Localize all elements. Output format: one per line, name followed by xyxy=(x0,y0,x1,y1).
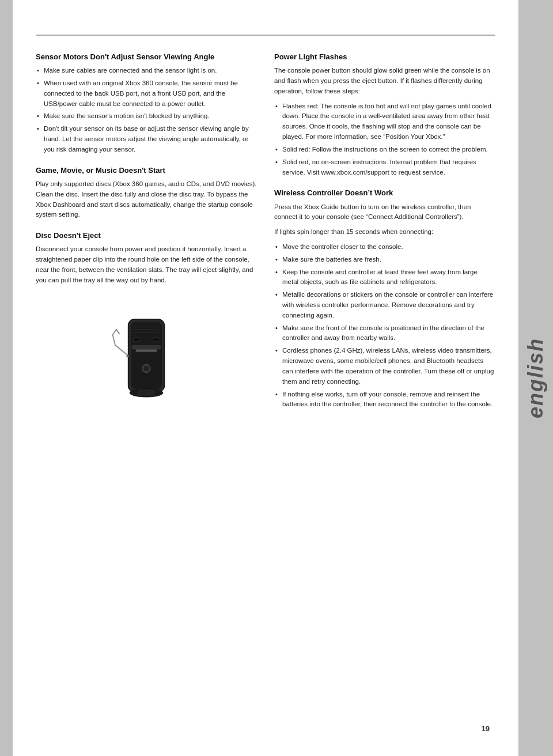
svg-rect-3 xyxy=(136,349,157,352)
disc-eject-body: Disconnect your console from power and p… xyxy=(36,244,257,285)
svg-rect-2 xyxy=(132,345,161,349)
bullet-item: Make sure the front of the console is po… xyxy=(274,323,495,344)
bullet-item: Don't tilt your sensor on its base or ad… xyxy=(36,124,257,154)
svg-point-17 xyxy=(126,354,129,357)
wireless-controller-intro: Press the Xbox Guide button to turn on t… xyxy=(274,202,495,223)
svg-rect-10 xyxy=(153,337,160,341)
sensor-motors-bullets: Make sure cables are connected and the s… xyxy=(36,66,257,155)
page-number: 19 xyxy=(482,724,490,733)
two-column-layout: Sensor Motors Don't Adjust Sensor Viewin… xyxy=(36,52,495,420)
svg-line-14 xyxy=(113,335,116,345)
bullet-item: Flashes red: The console is too hot and … xyxy=(274,101,495,142)
page-content: Sensor Motors Don't Adjust Sensor Viewin… xyxy=(13,0,518,756)
bullet-item: Make sure the sensor's motion isn't bloc… xyxy=(36,111,257,122)
power-light-bullets: Flashes red: The console is too hot and … xyxy=(274,101,495,178)
game-movie-section: Game, Movie, or Music Doesn't Start Play… xyxy=(36,165,257,220)
sensor-motors-section: Sensor Motors Don't Adjust Sensor Viewin… xyxy=(36,52,257,155)
right-tab: english xyxy=(518,0,553,756)
power-light-section: Power Light Flashes The console power bu… xyxy=(274,52,495,177)
svg-line-16 xyxy=(116,330,119,334)
svg-rect-1 xyxy=(131,322,162,389)
disc-eject-title: Disc Doesn't Eject xyxy=(36,230,257,241)
game-movie-title: Game, Movie, or Music Doesn't Start xyxy=(36,165,257,176)
bullet-item: If nothing else works, turn off your con… xyxy=(274,390,495,410)
wireless-controller-bullets: Move the controller closer to the consol… xyxy=(274,242,495,410)
game-movie-body: Play only supported discs (Xbox 360 game… xyxy=(36,179,257,220)
svg-rect-12 xyxy=(138,389,155,396)
left-column: Sensor Motors Don't Adjust Sensor Viewin… xyxy=(36,52,257,420)
disc-eject-section: Disc Doesn't Eject Disconnect your conso… xyxy=(36,230,257,285)
power-light-title: Power Light Flashes xyxy=(274,52,495,62)
wireless-controller-subintro: If lights spin longer than 15 seconds wh… xyxy=(274,227,495,237)
sensor-motors-title: Sensor Motors Don't Adjust Sensor Viewin… xyxy=(36,52,257,62)
svg-point-5 xyxy=(144,366,149,371)
bullet-item: Keep the console and controller at least… xyxy=(274,267,495,288)
wireless-controller-section: Wireless Controller Doesn’t Work Press t… xyxy=(274,188,495,410)
bullet-item: Solid red: Follow the instructions on th… xyxy=(274,145,495,155)
bullet-item: Solid red, no on-screen instructions: In… xyxy=(274,157,495,178)
bullet-item: When used with an original Xbox 360 cons… xyxy=(36,78,257,109)
xbox-console-illustration xyxy=(100,309,192,413)
top-rule xyxy=(36,35,495,36)
svg-rect-9 xyxy=(134,337,140,341)
language-label: english xyxy=(524,338,548,418)
svg-line-15 xyxy=(113,330,116,335)
bullet-item: Move the controller closer to the consol… xyxy=(274,242,495,252)
wireless-controller-title: Wireless Controller Doesn’t Work xyxy=(274,188,495,198)
bullet-item: Make sure the batteries are fresh. xyxy=(274,255,495,265)
left-tab xyxy=(0,0,13,756)
bullet-item: Metallic decorations or stickers on the … xyxy=(274,290,495,320)
power-light-intro: The console power button should glow sol… xyxy=(274,66,495,96)
xbox-image-container xyxy=(36,303,257,418)
svg-line-13 xyxy=(115,345,128,356)
right-column: Power Light Flashes The console power bu… xyxy=(274,52,495,420)
bullet-item: Cordless phones (2.4 GHz), wireless LANs… xyxy=(274,346,495,387)
bullet-item: Make sure cables are connected and the s… xyxy=(36,66,257,76)
